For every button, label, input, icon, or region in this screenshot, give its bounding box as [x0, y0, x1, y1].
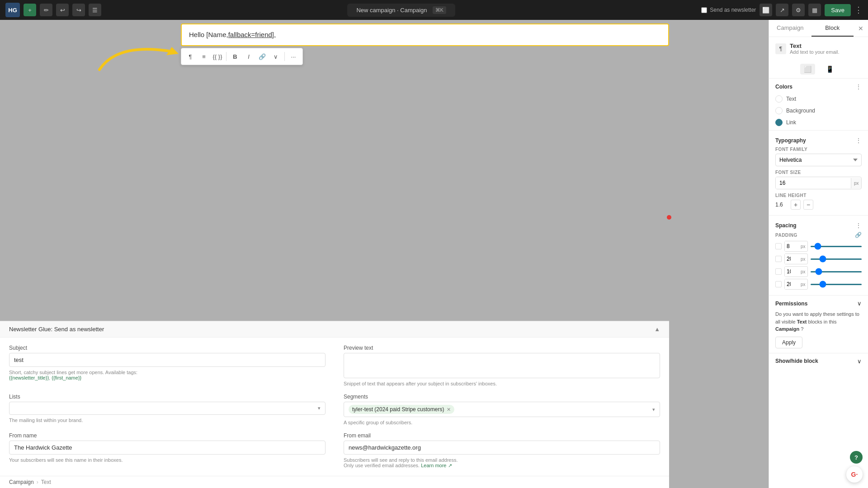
- grid-view-button[interactable]: ▦: [808, 4, 821, 16]
- first-name-tag[interactable]: {{first_name}}: [52, 375, 81, 380]
- padding-section: PADDING 🔗 px px: [769, 232, 868, 295]
- template-tags-button[interactable]: {{ }}: [211, 50, 224, 63]
- panel-close-button[interactable]: ✕: [854, 20, 868, 37]
- segment-tag-value: tyler-test (2024 paid Stripe customers): [352, 406, 444, 413]
- padding-bottom-slider[interactable]: [811, 271, 862, 272]
- campaign-title-bar[interactable]: New campaign · Campaign ⌘K: [347, 4, 455, 17]
- padding-top-slider[interactable]: [811, 246, 862, 247]
- from-email-field-group: From email Subscribers will see and repl…: [344, 432, 660, 469]
- subject-field-group: Subject test Short, catchy subject lines…: [9, 345, 326, 386]
- breadcrumb: Campaign › Text: [0, 476, 669, 488]
- desktop-tab[interactable]: ⬜: [800, 64, 815, 75]
- arrow-annotation: [90, 24, 190, 79]
- undo-button[interactable]: ↩: [56, 4, 69, 16]
- segments-input[interactable]: tyler-test (2024 paid Stripe customers) …: [344, 402, 660, 417]
- from-name-field-group: From name Your subscribers will see this…: [9, 432, 326, 469]
- dropdown-button[interactable]: ∨: [269, 50, 282, 63]
- padding-right-checkbox[interactable]: [775, 256, 782, 262]
- bottom-panel: Newsletter Glue: Send as newsletter ▲ Su…: [0, 321, 669, 488]
- svg-marker-0: [166, 47, 179, 55]
- line-height-decrement[interactable]: −: [803, 200, 813, 210]
- spacing-title: Spacing: [775, 222, 797, 229]
- padding-left-input[interactable]: [785, 279, 799, 289]
- text-color-dot[interactable]: [775, 95, 783, 103]
- send-newsletter-label: Send as newsletter: [710, 7, 756, 13]
- italic-button[interactable]: I: [242, 50, 255, 63]
- permissions-text-bold: Text: [797, 319, 807, 324]
- newsletter-title-tag[interactable]: {{newsletter_title}}: [9, 375, 49, 380]
- bg-color-row: Background: [769, 105, 868, 117]
- list-button[interactable]: ☰: [89, 4, 101, 16]
- padding-bottom-checkbox[interactable]: [775, 268, 782, 275]
- permissions-header[interactable]: Permissions ∨: [775, 300, 862, 307]
- save-button[interactable]: Save: [825, 4, 851, 16]
- padding-left-checkbox[interactable]: [775, 281, 782, 287]
- desktop-view-button[interactable]: ⬜: [760, 4, 772, 16]
- from-email-input[interactable]: [344, 441, 660, 455]
- lists-label: Lists: [9, 394, 326, 400]
- topbar-center: New campaign · Campaign ⌘K: [105, 4, 698, 17]
- edit-button[interactable]: ✏: [40, 4, 52, 16]
- padding-top-unit: px: [799, 244, 807, 249]
- new-button[interactable]: +: [24, 4, 36, 16]
- from-name-label: From name: [9, 432, 326, 439]
- link-button[interactable]: 🔗: [256, 50, 269, 63]
- padding-top-input[interactable]: [785, 241, 799, 251]
- colors-title: Colors: [775, 84, 793, 90]
- help-badge[interactable]: ?: [850, 451, 863, 464]
- segments-field-group: Segments tyler-test (2024 paid Stripe cu…: [344, 394, 660, 425]
- padding-bottom-input[interactable]: [785, 267, 799, 277]
- bg-color-dot[interactable]: [775, 107, 783, 114]
- align-button[interactable]: ≡: [198, 50, 210, 63]
- block-type-desc: Add text to your email.: [790, 49, 839, 55]
- more-button[interactable]: ···: [287, 50, 300, 63]
- padding-left-slider[interactable]: [811, 284, 862, 285]
- padding-right-input[interactable]: [785, 254, 799, 264]
- padding-right-slider[interactable]: [811, 258, 862, 260]
- line-height-increment[interactable]: +: [791, 200, 801, 210]
- permissions-title: Permissions: [775, 300, 807, 307]
- spacing-section-header: Spacing ⋮: [769, 217, 868, 232]
- link-color-dot[interactable]: [775, 119, 783, 126]
- text-block[interactable]: Hello [Name,fallback=friend],: [181, 23, 669, 46]
- showhide-chevron-icon[interactable]: ∨: [857, 358, 862, 365]
- permissions-campaign-bold: Campaign: [775, 326, 799, 332]
- tab-block[interactable]: Block: [811, 20, 854, 37]
- subject-label: Subject: [9, 345, 326, 351]
- segment-remove-button[interactable]: ✕: [447, 407, 451, 413]
- grammarly-badge[interactable]: G·: [846, 466, 863, 483]
- preview-text-input[interactable]: [344, 353, 660, 378]
- font-family-select[interactable]: Helvetica: [775, 154, 862, 166]
- fallback-tag: fallback=friend: [228, 31, 272, 38]
- lists-dropdown[interactable]: ▾: [9, 402, 326, 415]
- learn-more-link[interactable]: Learn more ↗: [421, 463, 452, 468]
- send-newsletter-input[interactable]: [701, 7, 707, 13]
- icon-group-button[interactable]: ⚙: [792, 4, 805, 16]
- from-name-input[interactable]: [9, 441, 326, 455]
- colors-menu-button[interactable]: ⋮: [855, 83, 862, 90]
- topbar-right: Send as newsletter ⬜ ↗ ⚙ ▦ Save ⋮: [701, 4, 863, 16]
- send-as-newsletter-checkbox[interactable]: Send as newsletter: [701, 7, 756, 13]
- padding-top-row: px: [775, 241, 862, 252]
- breadcrumb-text: Text: [41, 479, 51, 485]
- mobile-tab[interactable]: 📱: [822, 64, 837, 75]
- icons-icon: ⚙: [796, 7, 801, 14]
- subject-input[interactable]: test: [9, 353, 326, 367]
- padding-top-checkbox[interactable]: [775, 243, 782, 249]
- typography-menu-button[interactable]: ⋮: [855, 137, 862, 144]
- collapse-button[interactable]: ▲: [654, 326, 660, 333]
- padding-bottom-unit: px: [799, 269, 807, 274]
- redo-button[interactable]: ↪: [72, 4, 85, 16]
- tab-campaign[interactable]: Campaign: [769, 20, 811, 37]
- toolbar-separator-2: [284, 52, 285, 61]
- font-size-input[interactable]: [776, 177, 851, 189]
- bold-button[interactable]: B: [229, 50, 241, 63]
- external-link-button[interactable]: ↗: [776, 4, 788, 16]
- paragraph-button[interactable]: ¶: [184, 50, 197, 63]
- apply-button[interactable]: Apply: [775, 337, 802, 348]
- breadcrumb-campaign[interactable]: Campaign: [9, 479, 34, 485]
- permissions-content: Do you want to apply these settings to a…: [775, 307, 862, 348]
- more-options-button[interactable]: ⋮: [854, 5, 863, 15]
- link-padding-button[interactable]: 🔗: [855, 232, 862, 238]
- spacing-menu-button[interactable]: ⋮: [855, 222, 862, 229]
